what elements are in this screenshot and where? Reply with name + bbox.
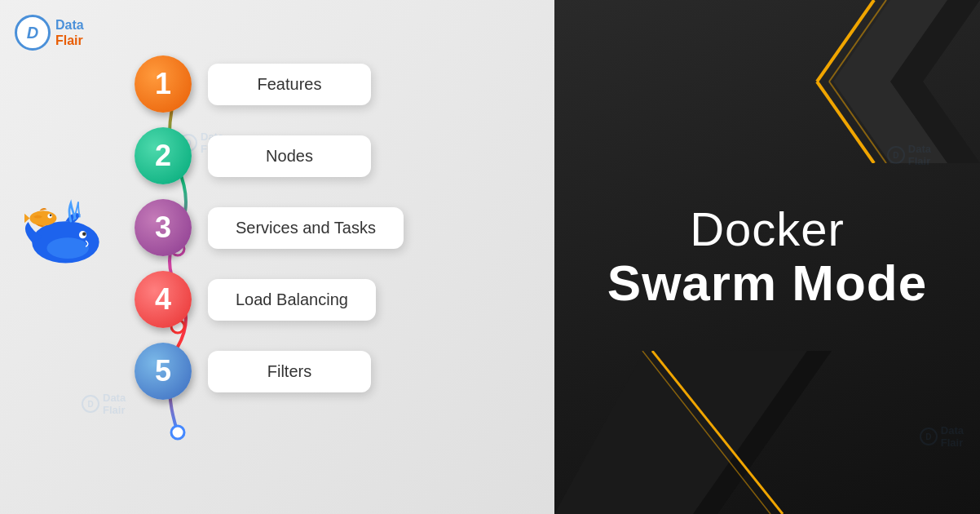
logo: D Data Flair <box>15 15 84 51</box>
docker-title: Docker <box>607 203 927 255</box>
circle-5: 5 <box>135 343 192 400</box>
swarm-mode-title: Swarm Mode <box>607 255 927 311</box>
label-3: Services and Tasks <box>208 207 404 249</box>
wm-r-logo-1: D <box>887 146 905 164</box>
label-2: Nodes <box>208 135 371 177</box>
label-1: Features <box>208 64 371 105</box>
left-panel: D Data Flair D DataFlair D DataFlair D D… <box>0 0 554 514</box>
chevron-decoration <box>768 0 980 163</box>
svg-marker-13 <box>833 0 947 163</box>
svg-point-6 <box>50 214 52 216</box>
svg-point-11 <box>171 426 184 439</box>
wm-logo-3: D <box>82 395 99 413</box>
timeline-item-3: 3 Services and Tasks <box>135 199 404 256</box>
items-container: 1 Features 2 Nodes 3 Services and Tasks … <box>135 55 404 414</box>
right-panel: D DataFlair D DataFlair Docker Swarm Mod… <box>554 0 980 514</box>
svg-point-1 <box>47 237 89 259</box>
circle-4: 4 <box>135 271 192 328</box>
label-5: Filters <box>208 351 371 392</box>
svg-point-3 <box>82 232 86 236</box>
right-content: Docker Swarm Mode <box>607 203 927 311</box>
timeline-item-1: 1 Features <box>135 55 404 113</box>
watermark-3: D DataFlair <box>82 392 126 416</box>
timeline-item-2: 2 Nodes <box>135 127 404 184</box>
label-4: Load Balancing <box>208 279 376 321</box>
watermark-right-1: D DataFlair <box>887 143 931 167</box>
timeline-item-5: 5 Filters <box>135 343 404 400</box>
wm-text-3: DataFlair <box>103 392 126 416</box>
logo-d-letter: D <box>27 24 38 42</box>
timeline-svg <box>153 57 202 481</box>
svg-point-4 <box>29 210 56 225</box>
circle-3: 3 <box>135 199 192 256</box>
main-container: D Data Flair D DataFlair D DataFlair D D… <box>0 0 980 514</box>
logo-data: Data <box>55 17 84 33</box>
wm-r-text-1: DataFlair <box>908 143 931 167</box>
circle-2: 2 <box>135 127 192 184</box>
logo-flair: Flair <box>55 33 84 48</box>
docker-mascot <box>24 196 114 269</box>
watermark-right-2: D DataFlair <box>920 424 964 449</box>
circle-1: 1 <box>135 55 192 113</box>
wm-r-logo-2: D <box>920 428 938 445</box>
timeline-item-4: 4 Load Balancing <box>135 271 404 328</box>
wedge-bottom <box>554 351 832 514</box>
logo-circle: D <box>15 15 51 51</box>
logo-text: Data Flair <box>55 17 84 48</box>
wm-r-text-2: DataFlair <box>941 424 964 449</box>
